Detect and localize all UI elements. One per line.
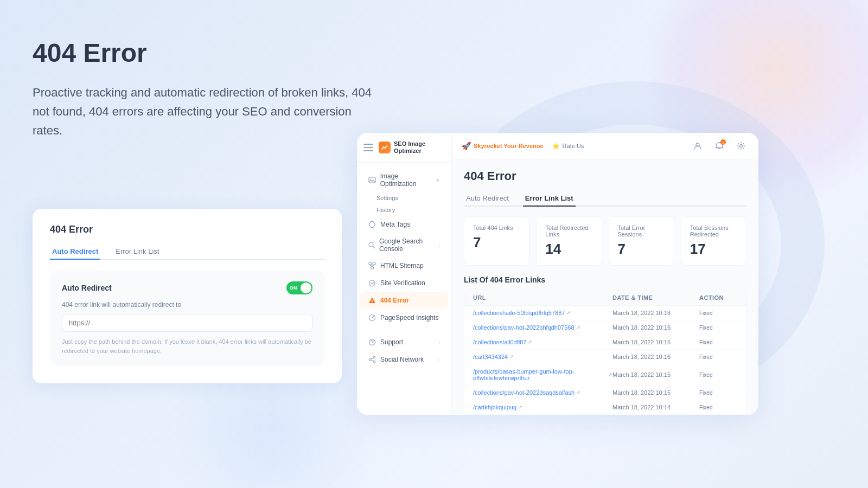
svg-point-10 [372,344,372,344]
tab-auto-redirect[interactable]: Auto Redirect [50,244,100,260]
svg-point-2 [369,242,373,247]
error-url-link[interactable]: /cartkhjbkquipug ↗ [473,404,612,410]
sidebar-item-site-verification[interactable]: Site Verification [360,275,448,291]
content-tab-auto-redirect[interactable]: Auto Redirect [464,191,511,207]
page-main-title: 404 Error [33,39,380,68]
svg-point-11 [373,357,375,359]
content-tabs: Auto Redirect Error Link List [464,191,746,207]
toggle-knob [301,282,311,293]
stat-label-total-404: Total 404 Links [473,224,520,231]
error-date: March 18, 2022 10:14 [612,404,699,410]
error-url-link[interactable]: /collections/pav-hot-2022bhfqdh07568 ↗ [473,324,612,331]
support-arrow: › [439,339,441,345]
redirect-input[interactable] [62,314,312,332]
sidebar-subitem-history[interactable]: History [357,204,451,216]
tab-error-link-list[interactable]: Error Link List [113,244,161,260]
svg-point-12 [369,359,371,361]
sidebar-label-site-verification: Site Verification [380,279,425,287]
sidebar-logo-row: SEO ImageOptimizer [357,140,451,163]
external-link-icon: ↗ [576,325,580,330]
sidebar-divider [365,330,444,330]
table-header: URL Date & Time Action [464,290,746,306]
col-header-date: Date & Time [612,294,699,301]
social-network-arrow: › [439,357,441,363]
error-date: March 18, 2022 10:18 [612,310,699,316]
svg-rect-5 [371,267,374,269]
sidebar-item-google-search-console[interactable]: Google Search Console › [360,234,448,256]
sidebar-item-404-error[interactable]: 404 Error [360,292,448,309]
site-verification-icon [368,279,376,287]
error-url-link[interactable]: /cart3434324 ↗ [473,354,612,360]
google-search-console-icon [368,241,375,249]
topbar-promo-area: 🚀 Skyrocket Your Revenue ⭐ Rate Us [462,142,584,150]
small-card-tabs: Auto Redirect Error Link List [50,244,324,260]
fixed-badge: Fixed [699,310,737,316]
notifications-button[interactable]: 1 [712,138,727,153]
social-network-icon [368,355,376,364]
app-main: 🚀 Skyrocket Your Revenue ⭐ Rate Us 1 [452,133,758,415]
svg-point-8 [372,317,373,318]
sidebar-item-social-network[interactable]: Social Network › [360,351,448,368]
stat-card-total-sessions-redirected: Total Sessions Redirected 17 [681,216,746,266]
rate-us-button[interactable]: ⭐ Rate Us [552,143,584,150]
stat-label-total-error-sessions: Total Error Sessions [618,224,665,237]
pagespeed-insights-icon [368,313,376,322]
svg-point-1 [370,179,371,180]
external-link-icon: ↗ [509,354,514,359]
stat-value-total-404: 7 [473,234,520,251]
stat-label-total-sessions-redirected: Total Sessions Redirected [690,224,737,237]
external-link-icon: ↗ [528,339,532,345]
content-tab-error-link-list[interactable]: Error Link List [523,191,576,207]
app-content: 404 Error Auto Redirect Error Link List … [452,159,758,415]
skyrocket-revenue-button[interactable]: 🚀 Skyrocket Your Revenue [462,142,544,150]
error-links-title: List Of 404 Error Links [464,275,746,284]
user-profile-button[interactable] [690,138,705,153]
table-row: /cart3434324 ↗ March 18, 2022 10:16 Fixe… [464,350,746,364]
col-header-url: URL [473,294,612,301]
error-url-link[interactable]: /collections/all0dfl87 ↗ [473,339,612,345]
col-header-action: Action [699,294,737,301]
promo-label: Skyrocket Your Revenue [474,143,544,149]
error-url-link[interactable]: /collections/pav-hot-2022dsaqdsalfash ↗ [473,389,612,396]
sidebar-label-image-optimization: Image Optimization [380,172,435,188]
auto-redirect-label: Auto Redirect [62,284,112,292]
sidebar-label-404-error: 404 Error [380,297,409,304]
sidebar-subitem-settings[interactable]: Settings [357,192,451,204]
error-date: March 18, 2022 10:16 [612,324,699,331]
error-url-link[interactable]: /collections/sale-50fdspdfhfq57887 ↗ [473,310,612,316]
svg-point-13 [373,361,375,363]
notification-badge: 1 [720,139,726,145]
sidebar-item-html-sitemap[interactable]: HTML Sitemap [360,258,448,274]
404-error-icon [368,296,376,305]
table-row: /collections/sale-50fdspdfhfq57887 ↗ Mar… [464,306,746,320]
stat-card-total-error-sessions: Total Error Sessions 7 [609,216,674,266]
svg-rect-0 [369,177,375,183]
sidebar-item-pagespeed-insights[interactable]: PageSpeed Insights [360,310,448,326]
error-table: URL Date & Time Action /collections/sale… [464,290,746,415]
support-icon [368,338,376,346]
error-date: March 18, 2022 10:15 [612,371,699,378]
meta-tags-icon [368,220,376,229]
external-link-icon: ↗ [576,390,580,395]
sidebar-item-support[interactable]: Support › [360,334,448,350]
fixed-badge: Fixed [699,339,737,345]
settings-button[interactable] [733,138,749,153]
fixed-badge: Fixed [699,404,737,410]
table-row: /collections/all0dfl87 ↗ March 18, 2022 … [464,335,746,350]
app-logo-text: SEO ImageOptimizer [394,140,425,155]
small-card-title: 404 Error [50,224,324,235]
topbar-icons: 1 [690,138,749,153]
fixed-badge: Fixed [699,372,737,378]
stat-value-total-redirected: 14 [545,241,592,258]
sidebar-label-html-sitemap: HTML Sitemap [380,262,424,269]
redirect-desc: 404 error link will automatically redire… [62,301,312,309]
sidebar-item-meta-tags[interactable]: Meta Tags [360,216,448,233]
hamburger-menu[interactable] [363,144,373,151]
stat-label-total-redirected: Total Redirected Links [545,224,592,237]
redirect-hint: Just copy the path behind the domain. If… [62,337,312,355]
app-logo-icon [379,142,391,153]
sidebar-item-image-optimization[interactable]: Image Optimization ▼ [360,169,448,191]
auto-redirect-toggle[interactable]: ON [286,281,312,294]
error-url-link[interactable]: /products/basas-bumper-gum-low-top-offwh… [473,368,612,381]
stat-value-total-error-sessions: 7 [618,241,665,258]
